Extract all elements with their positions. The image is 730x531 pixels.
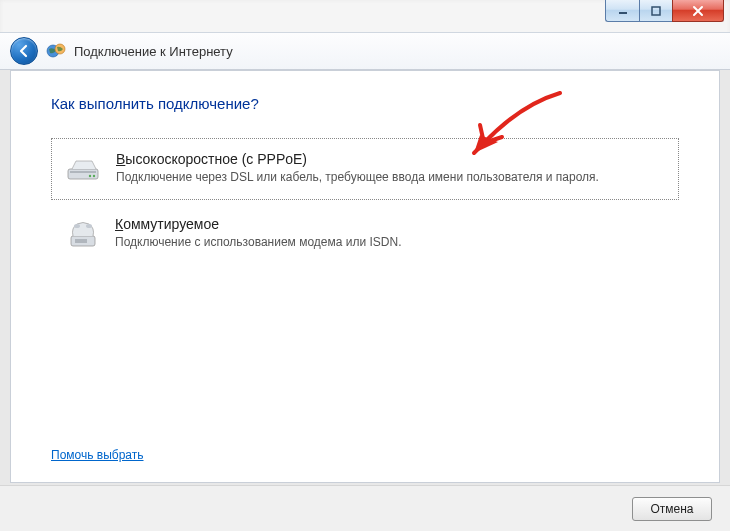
- option-pppoe-text: Высокоскоростное (с PPPoE) Подключение ч…: [116, 151, 664, 185]
- window-title: Подключение к Интернету: [74, 44, 233, 59]
- globe-icon: [46, 41, 66, 61]
- modem-icon: [66, 151, 102, 187]
- titlebar: [0, 0, 730, 32]
- svg-rect-5: [70, 171, 96, 173]
- page-heading: Как выполнить подключение?: [51, 95, 679, 112]
- svg-point-10: [74, 224, 80, 228]
- option-pppoe-desc: Подключение через DSL или кабель, требую…: [116, 169, 664, 185]
- svg-rect-0: [619, 12, 627, 14]
- phone-modem-icon: [65, 216, 101, 252]
- svg-point-11: [86, 224, 92, 228]
- minimize-button[interactable]: [605, 0, 639, 22]
- svg-point-7: [89, 175, 91, 177]
- footer-bar: Отмена: [0, 485, 730, 531]
- wizard-window: Подключение к Интернету Как выполнить по…: [0, 0, 730, 531]
- svg-rect-4: [68, 169, 98, 179]
- content-area: Как выполнить подключение? Высокоскорост…: [10, 70, 720, 483]
- help-link[interactable]: Помочь выбрать: [51, 448, 144, 462]
- svg-rect-9: [75, 239, 87, 243]
- option-dialup-desc: Подключение с использованием модема или …: [115, 234, 665, 250]
- option-dialup-title: Коммутируемое: [115, 216, 665, 232]
- option-pppoe-title: Высокоскоростное (с PPPoE): [116, 151, 664, 167]
- cancel-button[interactable]: Отмена: [632, 497, 712, 521]
- option-pppoe[interactable]: Высокоскоростное (с PPPoE) Подключение ч…: [51, 138, 679, 200]
- maximize-button[interactable]: [639, 0, 673, 22]
- option-dialup[interactable]: Коммутируемое Подключение с использовани…: [51, 204, 679, 264]
- option-dialup-text: Коммутируемое Подключение с использовани…: [115, 216, 665, 250]
- window-controls: [605, 0, 724, 22]
- svg-rect-1: [652, 7, 660, 15]
- close-button[interactable]: [672, 0, 724, 22]
- back-button[interactable]: [10, 37, 38, 65]
- svg-point-6: [93, 175, 95, 177]
- header-bar: Подключение к Интернету: [0, 32, 730, 70]
